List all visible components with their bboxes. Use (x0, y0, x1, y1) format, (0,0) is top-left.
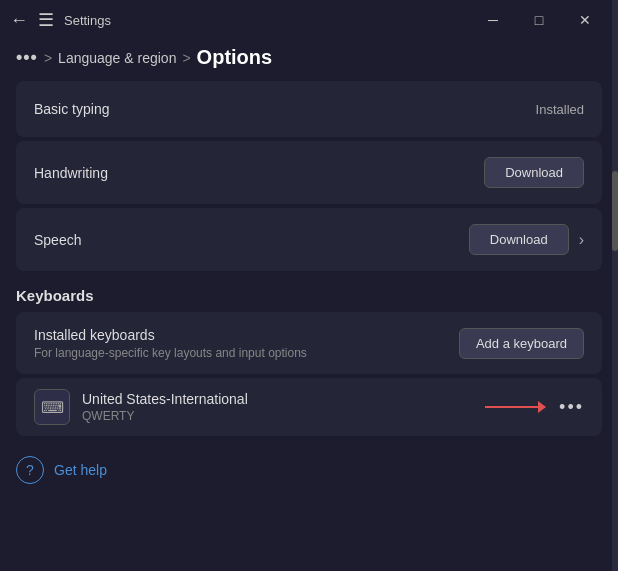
keyboard-icon: ⌨ (34, 389, 70, 425)
scrollbar-thumb[interactable] (612, 171, 618, 251)
arrow-indicator (485, 406, 545, 408)
breadcrumb: ••• > Language & region > Options (0, 40, 618, 81)
us-keyboard-left: ⌨ United States-International QWERTY (34, 389, 248, 425)
installed-keyboards-title: Installed keyboards (34, 327, 307, 343)
breadcrumb-sep1: > (44, 50, 52, 66)
us-keyboard-title: United States-International (82, 391, 248, 407)
breadcrumb-page: Options (197, 46, 273, 69)
us-keyboard-menu-button[interactable]: ••• (559, 397, 584, 418)
speech-right: Download › (469, 224, 584, 255)
basic-typing-status: Installed (536, 102, 584, 117)
breadcrumb-dots[interactable]: ••• (16, 47, 38, 68)
us-keyboard-sub: QWERTY (82, 409, 248, 423)
basic-typing-row: Basic typing Installed (16, 81, 602, 137)
minimize-button[interactable]: ─ (470, 4, 516, 36)
app-title: Settings (64, 13, 111, 28)
handwriting-download-button[interactable]: Download (484, 157, 584, 188)
close-button[interactable]: ✕ (562, 4, 608, 36)
get-help-row[interactable]: ? Get help (0, 440, 618, 500)
breadcrumb-section[interactable]: Language & region (58, 50, 176, 66)
main-content: Basic typing Installed Handwriting Downl… (0, 81, 618, 436)
speech-chevron-icon[interactable]: › (579, 231, 584, 249)
basic-typing-label: Basic typing (34, 101, 109, 117)
keyboards-section-header: Keyboards (16, 287, 602, 304)
speech-download-button[interactable]: Download (469, 224, 569, 255)
us-keyboard-text: United States-International QWERTY (82, 391, 248, 423)
menu-icon[interactable]: ☰ (38, 9, 54, 31)
back-button[interactable]: ← (10, 10, 28, 31)
breadcrumb-sep2: > (182, 50, 190, 66)
installed-keyboards-sub: For language-specific key layouts and in… (34, 346, 307, 360)
window-controls: ─ □ ✕ (470, 4, 608, 36)
installed-keyboards-row: Installed keyboards For language-specifi… (16, 312, 602, 374)
us-keyboard-row[interactable]: ⌨ United States-International QWERTY ••• (16, 378, 602, 436)
handwriting-label: Handwriting (34, 165, 108, 181)
maximize-button[interactable]: □ (516, 4, 562, 36)
title-bar-left: ← ☰ Settings (10, 9, 111, 31)
handwriting-row: Handwriting Download (16, 141, 602, 204)
us-keyboard-right: ••• (485, 397, 584, 418)
speech-row: Speech Download › (16, 208, 602, 271)
arrow-line (485, 406, 545, 408)
title-bar: ← ☰ Settings ─ □ ✕ (0, 0, 618, 40)
help-icon: ? (16, 456, 44, 484)
installed-keyboards-text: Installed keyboards For language-specifi… (34, 327, 307, 360)
scrollbar[interactable] (612, 0, 618, 571)
speech-label: Speech (34, 232, 81, 248)
get-help-label: Get help (54, 462, 107, 478)
add-keyboard-button[interactable]: Add a keyboard (459, 328, 584, 359)
